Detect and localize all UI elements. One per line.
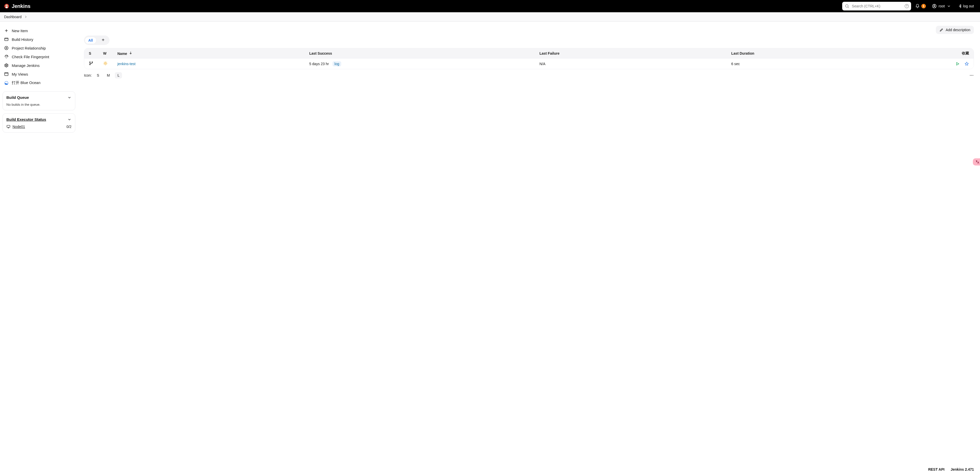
logout-button[interactable]: log out (955, 2, 976, 10)
svg-rect-2 (6, 7, 8, 8)
svg-rect-10 (5, 38, 8, 41)
svg-point-12 (6, 65, 7, 66)
fingerprint-icon (4, 54, 9, 59)
executor-card: Build Executor Status Node01 0/2 (3, 113, 75, 132)
sidebar-item-build-history[interactable]: Build History (3, 35, 75, 44)
add-description-label: Add description (945, 28, 970, 32)
header-bar: Jenkins 1 root log out (0, 0, 980, 12)
search-icon (845, 4, 850, 8)
user-menu[interactable]: root (930, 2, 953, 10)
jobs-table: S W Name Last Success Last Failure Last … (84, 48, 974, 69)
sidebar-item-label: 打开 Blue Ocean (12, 80, 41, 85)
col-weather-header[interactable]: W (103, 51, 118, 56)
sort-down-icon (129, 51, 133, 55)
notifications-button[interactable]: 1 (913, 2, 928, 10)
executor-node-usage: 0/2 (67, 124, 72, 129)
more-menu[interactable] (969, 73, 974, 78)
sidebar-item-label: Project Relationship (12, 46, 46, 50)
col-favorite-header[interactable]: 收藏 (923, 51, 969, 56)
log-link[interactable]: log (332, 61, 342, 66)
main-content: Add description All S W Name Last Succes… (78, 22, 980, 136)
svg-point-18 (92, 62, 93, 62)
cell-last-failure: N/A (539, 62, 732, 66)
sidebar-item-manage-jenkins[interactable]: Manage Jenkins (3, 61, 75, 70)
executor-node-link[interactable]: Node01 (6, 124, 25, 129)
icon-size-label: Icon: (84, 73, 92, 77)
sidebar-item-label: My Views (12, 72, 28, 77)
sidebar-item-fingerprint[interactable]: Check File Fingerprint (3, 53, 75, 61)
chevron-right-icon (24, 15, 28, 19)
col-last-duration-header[interactable]: Last Duration (731, 51, 923, 56)
search-input[interactable] (851, 4, 902, 8)
user-circle-icon (932, 4, 937, 8)
blue-ocean-icon (4, 81, 9, 85)
svg-rect-15 (7, 125, 10, 128)
sidebar-item-label: New Item (12, 29, 28, 33)
build-queue-empty: No builds in the queue. (6, 103, 72, 107)
sidebar-item-new-item[interactable]: New Item (3, 26, 75, 35)
build-queue-title: Build Queue (6, 95, 29, 100)
svg-point-5 (845, 5, 848, 7)
chevron-down-icon (947, 4, 951, 8)
chevron-down-icon[interactable] (67, 118, 72, 121)
svg-point-19 (105, 62, 106, 64)
sidebar-item-label: Manage Jenkins (12, 63, 40, 68)
svg-rect-13 (5, 73, 8, 76)
sidebar-item-label: Check File Fingerprint (12, 55, 49, 59)
sidebar-item-label: Build History (12, 37, 33, 41)
history-icon (4, 37, 9, 41)
svg-point-7 (907, 7, 907, 7)
cell-last-success: 5 days 23 hr log (309, 61, 539, 66)
svg-point-3 (6, 5, 6, 6)
col-name-header[interactable]: Name (118, 51, 309, 56)
branch-icon (89, 61, 94, 65)
brand-name: Jenkins (12, 3, 30, 9)
view-tabs: All (84, 35, 110, 45)
bell-icon (915, 4, 920, 8)
tab-all[interactable]: All (85, 37, 97, 44)
col-last-failure-header[interactable]: Last Failure (539, 51, 732, 56)
svg-point-4 (7, 5, 7, 6)
relationship-icon (4, 46, 9, 50)
favorite-button[interactable] (964, 62, 969, 66)
breadcrumb-dashboard[interactable]: Dashboard (4, 15, 22, 19)
build-queue-card: Build Queue No builds in the queue. (3, 91, 75, 110)
brand-home-link[interactable]: Jenkins (4, 3, 30, 9)
gear-icon (4, 63, 9, 68)
icon-size-s[interactable]: S (94, 72, 102, 78)
search-box[interactable] (842, 2, 911, 11)
svg-point-9 (934, 5, 935, 6)
sidebar-item-project-relationship[interactable]: Project Relationship (3, 44, 75, 53)
executor-node-name: Node01 (13, 124, 25, 129)
monitor-icon (6, 124, 11, 129)
sidebar-item-blue-ocean[interactable]: 打开 Blue Ocean (3, 78, 75, 87)
pencil-icon (939, 28, 943, 32)
svg-point-17 (89, 64, 90, 65)
tab-add[interactable] (97, 36, 109, 44)
svg-point-20 (970, 75, 970, 76)
plus-icon (4, 28, 9, 33)
notifications-count: 1 (921, 4, 926, 8)
add-description-button[interactable]: Add description (936, 26, 974, 34)
job-link[interactable]: jenkins-test (118, 62, 135, 66)
jobs-table-header: S W Name Last Success Last Failure Last … (84, 48, 974, 58)
col-last-success-header[interactable]: Last Success (309, 51, 539, 56)
cell-name: jenkins-test (118, 62, 309, 66)
logout-icon (957, 4, 962, 8)
plus-icon (101, 38, 105, 42)
icon-size-m[interactable]: M (104, 72, 113, 78)
cell-last-duration: 6 sec (731, 62, 923, 66)
breadcrumb-bar: Dashboard (0, 12, 980, 22)
help-icon[interactable] (904, 4, 909, 8)
table-row: jenkins-test 5 days 23 hr log N/A 6 sec (84, 58, 974, 69)
executor-title[interactable]: Build Executor Status (6, 117, 46, 121)
sun-icon (103, 61, 108, 65)
col-status-header[interactable]: S (89, 51, 103, 56)
chevron-down-icon[interactable] (67, 96, 72, 100)
icon-size-l[interactable]: L (115, 72, 122, 78)
jenkins-logo-icon (4, 3, 9, 9)
svg-point-16 (89, 62, 90, 62)
run-button[interactable] (955, 62, 960, 66)
sidebar: New Item Build History Project Relations… (0, 22, 78, 136)
sidebar-item-my-views[interactable]: My Views (3, 70, 75, 78)
